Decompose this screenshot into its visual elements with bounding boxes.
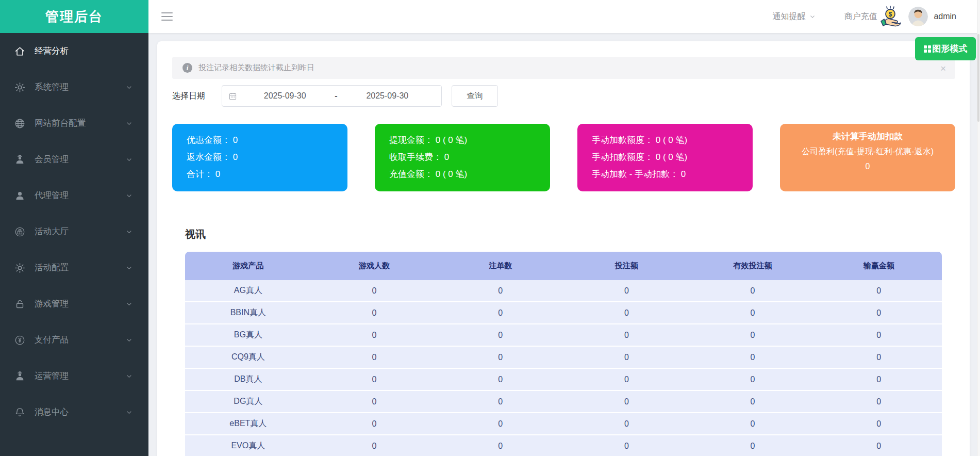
topbar: 通知提醒 商户充值 $ [148,0,980,33]
stat-card-line: 0 [789,159,946,174]
table-header-cell: 输赢金额 [816,261,942,271]
notifications-label: 通知提醒 [772,11,805,22]
value-cell: 0 [690,353,816,362]
table-row: CQ9真人00000 [185,347,942,369]
date-range-input[interactable]: 2025-09-30 - 2025-09-30 [222,85,442,107]
calendar-icon [228,92,237,101]
stat-card-1: 提现金额： 0 ( 0 笔)收取手续费： 0充值金额： 0 ( 0 笔) [375,124,550,191]
stat-card-line: 充值金额： 0 ( 0 笔) [389,166,550,183]
chevron-down-icon [125,228,133,236]
value-cell: 0 [563,286,690,296]
sidebar-item-label: 活动配置 [35,262,125,273]
game-product-cell: BBIN真人 [185,307,311,318]
game-product-cell: BG真人 [185,330,311,340]
sidebar-item-5[interactable]: 活动大厅 [0,214,148,250]
table-body: AG真人00000BBIN真人00000BG真人00000CQ9真人00000D… [185,280,942,456]
scrollbar-thumb[interactable] [977,34,979,122]
value-cell: 0 [563,442,690,451]
chevron-down-icon [125,120,133,127]
table-row: DG真人00000 [185,391,942,413]
sidebar-item-6[interactable]: 活动配置 [0,250,148,286]
sidebar-item-label: 经营分析 [35,45,133,57]
sidebar-item-1[interactable]: 系统管理 [0,69,148,105]
value-cell: 0 [311,375,438,384]
sidebar-item-2[interactable]: 网站前台配置 [0,105,148,141]
sidebar-item-label: 活动大厅 [35,226,125,237]
value-cell: 0 [311,397,438,406]
table-row: BBIN真人00000 [185,302,942,324]
value-cell: 0 [816,286,942,296]
stat-card-line: 收取手续费： 0 [389,149,550,166]
value-cell: 0 [437,286,563,296]
close-icon[interactable]: × [940,63,946,73]
value-cell: 0 [563,353,690,362]
value-cell: 0 [563,308,690,318]
value-cell: 0 [437,375,563,384]
info-icon: i [182,63,192,73]
start-date-value[interactable]: 2025-09-30 [237,91,333,101]
value-cell: 0 [437,308,563,318]
game-product-cell: EVO真人 [185,441,311,451]
query-button[interactable]: 查询 [452,85,498,107]
bell-icon [14,406,26,418]
value-cell: 0 [311,308,438,318]
topbar-right: 通知提醒 商户充值 $ [772,0,956,33]
yen-icon [14,334,26,346]
value-cell: 0 [816,331,942,340]
value-cell: 0 [437,353,563,362]
sidebar-item-10[interactable]: 消息中心 [0,394,148,430]
end-date-value[interactable]: 2025-09-30 [340,91,435,101]
value-cell: 0 [563,419,690,429]
graphic-mode-button[interactable]: 图形模式 [915,37,976,60]
value-cell: 0 [690,308,816,318]
chevron-down-icon [125,372,133,380]
hamburger-menu-icon[interactable] [161,12,173,21]
chevron-down-icon [125,84,133,91]
sidebar-item-8[interactable]: 支付产品 [0,322,148,358]
graphic-mode-label: 图形模式 [933,43,968,55]
value-cell: 0 [816,353,942,362]
stat-card-line: 手动扣款额度： 0 ( 0 笔) [592,149,753,166]
username-menu[interactable]: admin [934,12,956,21]
sidebar-item-9[interactable]: 运营管理 [0,358,148,394]
sidebar-item-4[interactable]: 代理管理 [0,177,148,214]
stat-card-line: 优惠金额： 0 [187,132,347,149]
value-cell: 0 [563,375,690,384]
stat-card-line: 公司盈利(充值-提现-红利-优惠-返水) [789,144,946,159]
table-header-cell: 投注额 [563,261,690,271]
date-filter-row: 选择日期 2025-09-30 - 2025-09-30 查询 [172,85,955,107]
value-cell: 0 [437,442,563,451]
value-cell: 0 [816,419,942,429]
stat-cards-row: 优惠金额： 0返水金额： 0合计： 0提现金额： 0 ( 0 笔)收取手续费： … [172,124,955,191]
value-cell: 0 [563,331,690,340]
sidebar-item-label: 运营管理 [35,370,125,382]
table-header-cell: 有效投注额 [690,261,816,271]
game-product-cell: DB真人 [185,374,311,385]
sidebar-item-label: 代理管理 [35,190,125,201]
user-icon [14,190,26,202]
stat-card-2: 手动加款额度： 0 ( 0 笔)手动扣款额度： 0 ( 0 笔)手动加款 - 手… [577,124,753,191]
stat-card-3: 未计算手动加扣款公司盈利(充值-提现-红利-优惠-返水)0 [780,124,955,191]
value-cell: 0 [690,286,816,296]
value-cell: 0 [690,375,816,384]
sidebar-item-7[interactable]: 游戏管理 [0,286,148,322]
sidebar-item-label: 会员管理 [35,154,125,165]
sidebar: 管理后台 经营分析系统管理网站前台配置会员管理代理管理活动大厅活动配置游戏管理支… [0,0,148,456]
date-filter-label: 选择日期 [172,91,205,102]
content-panel: i 投注记录相关数据统计截止到昨日 × 选择日期 2025-09-30 - 20… [157,41,970,456]
user-avatar[interactable] [908,7,928,26]
sidebar-item-label: 系统管理 [35,82,125,93]
notifications-dropdown[interactable]: 通知提醒 [772,11,816,22]
vertical-scrollbar[interactable] [977,0,980,456]
chevron-down-icon [809,13,816,20]
value-cell: 0 [311,353,438,362]
section-title: 视讯 [172,227,955,241]
value-cell: 0 [690,419,816,429]
sidebar-item-3[interactable]: 会员管理 [0,141,148,177]
sidebar-item-0[interactable]: 经营分析 [0,33,148,69]
merchant-recharge-button[interactable]: 商户充值 $ [844,6,902,27]
value-cell: 0 [311,331,438,340]
stat-card-0: 优惠金额： 0返水金额： 0合计： 0 [172,124,347,191]
chevron-down-icon [125,409,133,416]
chevron-down-icon [125,336,133,344]
